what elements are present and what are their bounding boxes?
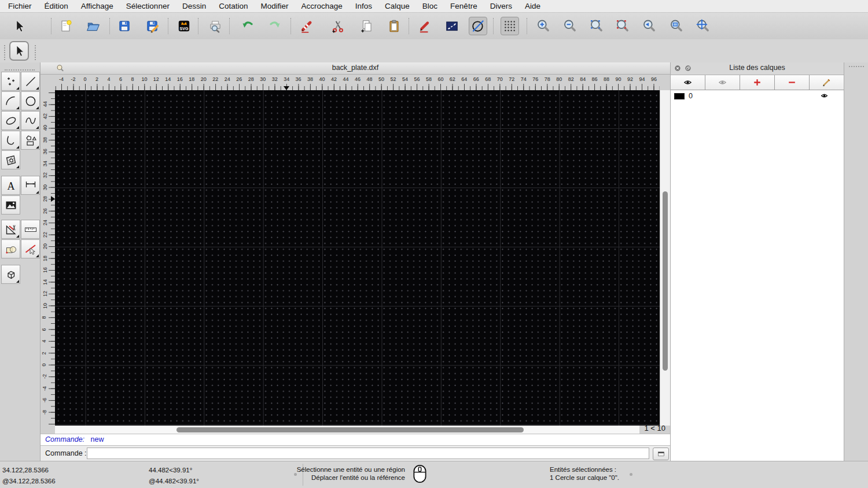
v-ruler-label: 10	[42, 303, 48, 309]
menu-divers[interactable]: Divers	[484, 0, 518, 12]
rail-handle[interactable]	[849, 66, 864, 67]
h-ruler-label: 44	[343, 76, 349, 82]
vertical-scrollbar-thumb[interactable]	[663, 191, 668, 371]
v-ruler-label: 14	[42, 279, 48, 285]
remove-layer-button[interactable]	[775, 75, 810, 90]
draw-spline-button[interactable]	[21, 111, 40, 130]
v-ruler-label: -4	[42, 386, 47, 391]
undo-button[interactable]	[238, 17, 257, 35]
toolbar-handle[interactable]	[4, 45, 5, 60]
draw-line-button[interactable]	[21, 72, 40, 91]
menu-affichage[interactable]: Affichage	[75, 0, 120, 12]
h-ruler-label: -2	[71, 76, 76, 82]
drawing-canvas[interactable]	[55, 90, 660, 426]
dimension-button[interactable]	[21, 176, 40, 195]
menu-dessin[interactable]: Dessin	[176, 0, 212, 12]
v-ruler-marker	[51, 196, 55, 202]
draw-circle-button[interactable]	[21, 91, 40, 110]
v-ruler-label: 24	[42, 220, 48, 225]
draw-text-button[interactable]: A	[1, 176, 20, 195]
menu-fichier[interactable]: Fichier	[2, 0, 38, 12]
zoom-in-button[interactable]	[534, 17, 553, 35]
h-ruler-label: 82	[568, 76, 574, 82]
open-file-button[interactable]	[84, 17, 102, 35]
modify-select-button[interactable]	[21, 239, 40, 258]
layer-row-0[interactable]: 0	[671, 90, 844, 102]
document-titlebar[interactable]: back_plate.dxf	[41, 62, 670, 75]
toolbar-handle[interactable]	[35, 45, 36, 60]
v-ruler-label: 20	[42, 243, 48, 249]
zoom-auto-button[interactable]	[587, 17, 606, 35]
layer-visible-eye-icon[interactable]	[820, 91, 829, 102]
v-ruler-label: 18	[42, 256, 48, 261]
view-3d-button[interactable]	[1, 265, 20, 284]
zoom-window-button[interactable]	[667, 17, 686, 35]
measure-button[interactable]	[21, 220, 40, 239]
export-svg-button[interactable]: SVG	[175, 17, 193, 35]
line-attributes-button[interactable]	[443, 17, 461, 35]
h-ruler-label: 58	[426, 76, 432, 82]
grid-toggle-button[interactable]	[501, 17, 519, 35]
new-document-button[interactable]	[57, 17, 75, 35]
copy-button[interactable]	[358, 17, 376, 35]
menu-selectionner[interactable]: Sélectionner	[120, 0, 176, 12]
toolbar-separator	[527, 18, 527, 34]
svg-text:A: A	[7, 180, 14, 191]
print-preview-button[interactable]	[206, 17, 225, 35]
flyout-indicator	[16, 280, 19, 283]
h-ruler-label: 62	[450, 76, 455, 82]
layer-panel-titlebar[interactable]: Liste des calques	[671, 62, 844, 75]
menu-edition[interactable]: Édition	[38, 0, 75, 12]
h-ruler-label: 64	[461, 76, 467, 82]
draw-hatch-button[interactable]	[1, 150, 20, 169]
horizontal-scrollbar[interactable]	[55, 426, 639, 434]
draw-arc-button[interactable]	[1, 91, 20, 110]
h-ruler-label: 52	[390, 76, 396, 82]
zoom-selected-button[interactable]	[613, 17, 632, 35]
menu-aide[interactable]: Aide	[518, 0, 547, 12]
cut-button[interactable]	[329, 17, 347, 35]
flyout-indicator	[36, 126, 39, 129]
menu-fenetre[interactable]: Fenêtre	[444, 0, 484, 12]
draw-shapes-button[interactable]	[21, 131, 40, 150]
add-layer-button[interactable]	[740, 75, 775, 90]
zoom-pan-button[interactable]	[694, 17, 712, 35]
zoom-out-button[interactable]	[561, 17, 579, 35]
vertical-scrollbar[interactable]	[660, 90, 670, 426]
insert-image-button[interactable]	[1, 195, 20, 215]
h-ruler-label: 40	[319, 76, 325, 82]
current-selection-tool-button[interactable]	[9, 41, 29, 61]
circle-line-toggle-button[interactable]	[469, 17, 487, 35]
save-button[interactable]	[115, 17, 134, 35]
menu-accrochage[interactable]: Accrochage	[295, 0, 348, 12]
draw-points-button[interactable]	[1, 72, 20, 91]
menu-bloc[interactable]: Bloc	[416, 0, 444, 12]
menu-modifier[interactable]: Modifier	[254, 0, 295, 12]
h-ruler-label: 42	[331, 76, 337, 82]
menu-cotation[interactable]: Cotation	[212, 0, 254, 12]
menu-infos[interactable]: Infos	[349, 0, 378, 12]
draw-ellipse-button[interactable]	[1, 111, 20, 130]
draw-polyline-button[interactable]	[1, 131, 20, 150]
edit-layer-button[interactable]	[810, 75, 844, 90]
hide-all-layers-button[interactable]	[705, 75, 740, 90]
select-arrow-button[interactable]	[10, 17, 28, 35]
drafting-tools-button[interactable]	[1, 220, 20, 239]
paste-button[interactable]	[385, 17, 403, 35]
show-all-layers-button[interactable]	[671, 75, 705, 90]
delete-entity-button[interactable]	[297, 17, 316, 35]
command-window-toggle-button[interactable]	[653, 448, 669, 460]
palette-handle[interactable]	[5, 69, 35, 71]
command-input[interactable]	[87, 448, 649, 459]
horizontal-scrollbar-thumb[interactable]	[176, 427, 524, 432]
menu-calque[interactable]: Calque	[378, 0, 416, 12]
v-ruler-label: 42	[42, 113, 48, 119]
draw-attributes-button[interactable]	[415, 17, 434, 35]
coord-relative: @34.122,28.5366	[2, 478, 56, 485]
zoom-previous-button[interactable]	[640, 17, 659, 35]
save-as-button[interactable]	[143, 17, 161, 35]
h-ruler-label: 8	[131, 76, 134, 82]
h-ruler-label: 56	[414, 76, 420, 82]
redo-button[interactable]	[266, 17, 284, 35]
blocks-button[interactable]	[1, 239, 20, 258]
